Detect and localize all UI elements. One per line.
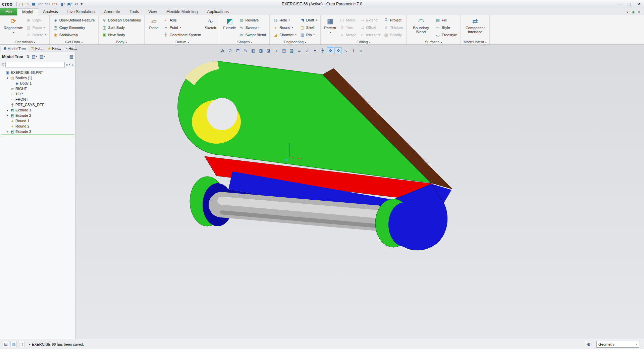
base-right-bore-face[interactable] [388, 202, 421, 247]
qat-mail-button[interactable]: ✉ [74, 1, 79, 7]
tree-filter-input[interactable] [5, 62, 65, 67]
expand-filter-icon[interactable]: + [71, 63, 73, 67]
tree-node-exercise-66-prt[interactable]: ▣EXERCISE-66.PRT [0, 70, 75, 75]
datum-csys-display-button[interactable]: ╋ [319, 47, 326, 54]
repaint-button[interactable]: ✎ [242, 47, 249, 54]
tab-live-simulation[interactable]: Live Simulation [63, 8, 99, 15]
ribbon-button-new-body[interactable]: ▣New Body [101, 31, 142, 38]
ribbon-button-shrinkwrap[interactable]: ◉Shrinkwrap [52, 31, 96, 38]
tree-options-button[interactable]: ▥▾ [40, 54, 45, 59]
tree-view-button[interactable]: ▤▾ [32, 54, 37, 59]
filter-dropdown-icon[interactable]: ▾ [69, 63, 70, 66]
ribbon-button-project[interactable]: ↧Project [383, 16, 404, 23]
datum-axis-display-button[interactable]: ∕ [304, 47, 311, 54]
navigator-tab-fav[interactable]: ★Fav... [46, 45, 63, 52]
scene-button[interactable]: ▨ [288, 47, 296, 54]
presence-ribbon-button[interactable]: ◉ [632, 10, 635, 14]
tree-toggle-button[interactable]: ▤ [3, 341, 9, 347]
ribbon-button-hole[interactable]: ◎Hole▾ [272, 16, 298, 23]
expand-icon[interactable]: ▸ [6, 109, 9, 112]
tab-tools[interactable]: Tools [125, 8, 144, 15]
minimize-window-button[interactable]: — [615, 0, 625, 8]
tree-node-extrude-1[interactable]: ▸◩Extrude 1 [0, 107, 75, 113]
group-label-model-intent[interactable]: Model Intent ▾ [461, 40, 489, 44]
ribbon-button-revolve[interactable]: ◍Revolve [238, 16, 267, 23]
ribbon-button-boolean-operations[interactable]: ⊎Boolean Operations [101, 16, 142, 23]
qat-save-button[interactable]: ▦ [31, 1, 36, 7]
group-label-operations[interactable]: Operations ▾ [1, 40, 49, 44]
sketcher-display-button[interactable]: ∿ [342, 47, 350, 54]
ribbon-button-sweep[interactable]: ∿Sweep▾ [238, 24, 267, 31]
dragger-button[interactable]: ⟲ [334, 47, 342, 54]
ribbon-button-pattern[interactable]: ▦Pattern▾ [322, 16, 338, 35]
ribbon-button-round[interactable]: ◕Round▾ [272, 24, 298, 31]
tab-flexible-modeling[interactable]: Flexible Modeling [162, 8, 202, 15]
zoom-out-button[interactable]: ⊖ [226, 47, 234, 54]
tree-node-body-1[interactable]: ◆Body 1 [0, 81, 75, 86]
display-style-button[interactable]: ◧ [250, 47, 257, 54]
model-3d-view[interactable] [75, 45, 644, 339]
qat-display-button[interactable]: ◨▾ [58, 1, 66, 7]
group-label-editing[interactable]: Editing ▾ [321, 40, 406, 44]
page-button[interactable]: ▢ [18, 341, 24, 347]
spin-center-button[interactable]: ❖ [327, 47, 334, 54]
web-button[interactable]: ◍ [10, 341, 17, 347]
collapse-ribbon-button[interactable]: ▴ [627, 10, 628, 14]
find-icon[interactable]: ◉▾ [586, 342, 592, 347]
tab-analysis[interactable]: Analysis [38, 8, 63, 15]
zoom-in-button[interactable]: ⊕ [219, 47, 226, 54]
ribbon-button-regenerate[interactable]: ⟳Regenerate▾ [2, 16, 24, 35]
tab-model[interactable]: Model [17, 8, 38, 16]
insert-here-marker[interactable] [1, 135, 74, 135]
ribbon-button-fill[interactable]: ▤Fill [434, 16, 458, 23]
datum-point-display-button[interactable]: + [311, 47, 319, 54]
tree-settings-button[interactable]: ⇅ [26, 54, 30, 59]
qat-redo-button[interactable]: ↷▾ [44, 1, 51, 7]
ribbon-button-plane[interactable]: ▱Plane [146, 16, 162, 30]
shading-button[interactable]: ◨ [257, 47, 265, 54]
ribbon-button-split-body[interactable]: ◫Split Body [101, 24, 142, 31]
funnel-icon[interactable]: ▽ [2, 62, 4, 67]
qat-open-button[interactable]: ◰ [24, 1, 30, 7]
group-label-get-data[interactable]: Get Data ▾ [50, 40, 98, 44]
ribbon-button-draft[interactable]: ◥Draft▾ [299, 16, 318, 23]
graphics-area[interactable]: ⊕⊖⊡✎◧◨◪◐▤▨▱∕+╋❖⟲∿‖▶ [75, 45, 644, 339]
tree-node-front[interactable]: ▱FRONT [0, 97, 75, 102]
group-label-body[interactable]: Body ▾ [99, 40, 144, 44]
ribbon-button-axis[interactable]: ∕Axis [162, 16, 202, 23]
tree-node-top[interactable]: ▱TOP [0, 91, 75, 97]
clear-filter-icon[interactable]: × [66, 63, 68, 67]
group-label-engineering[interactable]: Engineering ▾ [270, 40, 320, 44]
appearance-button[interactable]: ◐ [273, 47, 280, 54]
expand-icon[interactable]: ▸ [6, 130, 9, 133]
expand-icon[interactable]: ▸ [6, 114, 9, 117]
tab-file[interactable]: File [0, 8, 17, 15]
closex-ribbon-button[interactable]: × [638, 10, 640, 14]
annotations-button[interactable]: ▤ [280, 47, 288, 54]
group-label-datum[interactable]: Datum ▾ [145, 40, 220, 44]
tab-annotate[interactable]: Annotate [99, 8, 125, 15]
navigator-tab-model-tree[interactable]: ⊞Model Tree [1, 45, 28, 52]
tree-node-right[interactable]: ▱RIGHT [0, 86, 75, 91]
tree-columns-button[interactable]: ▦ [69, 54, 73, 59]
navigator-tab-his[interactable]: ◔His... [63, 45, 79, 52]
selection-filter-combobox[interactable]: Geometry ▾ [596, 341, 639, 348]
qat-regenerate-button[interactable]: ⟳▾ [51, 1, 58, 7]
group-label-surfaces[interactable]: Surfaces ▾ [407, 40, 460, 44]
ribbon-button-point[interactable]: +Point▾ [162, 24, 202, 31]
tree-node-extrude-3[interactable]: ▸◩Extrude 3 [0, 129, 75, 134]
navigator-tab-fol[interactable]: ◰Fol... [29, 45, 45, 52]
qat-undo-button[interactable]: ↶▾ [37, 1, 44, 7]
pause-button[interactable]: ‖ [350, 47, 357, 54]
section-button[interactable]: ◪ [265, 47, 272, 54]
datum-plane-display-button[interactable]: ▱ [296, 47, 303, 54]
collapse-icon[interactable]: ▾ [6, 77, 9, 80]
ribbon-button-extrude[interactable]: ◩Extrude [222, 16, 237, 30]
ribbon-button-chamfer[interactable]: ◢Chamfer▾ [272, 31, 298, 38]
ribbon-button-swept-blend[interactable]: ≋Swept Blend [238, 31, 267, 38]
tree-node-round-2[interactable]: ◕Round 2 [0, 123, 75, 129]
maximize-window-button[interactable]: ▢ [625, 0, 634, 8]
ribbon-button-rib[interactable]: ▥Rib▾ [299, 31, 318, 38]
ribbon-button-boundary-blend[interactable]: ◠Boundary Blend [408, 16, 434, 34]
tab-applications[interactable]: Applications [202, 8, 233, 15]
